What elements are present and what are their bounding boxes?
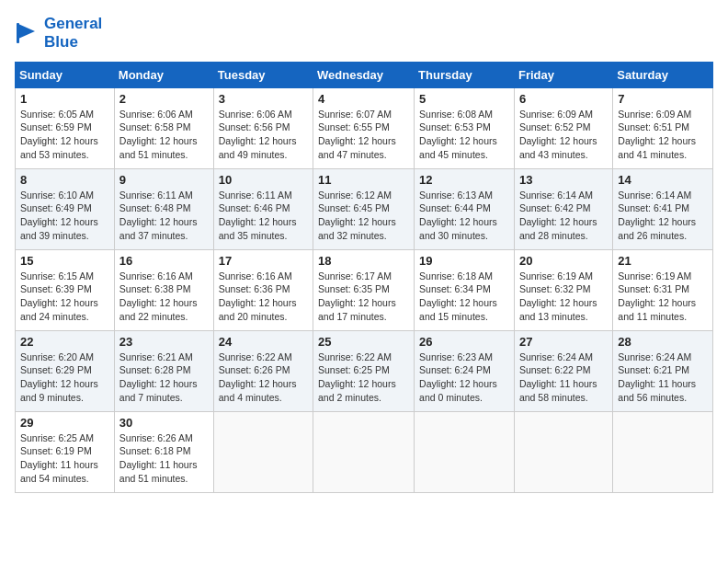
calendar-week-row: 1Sunrise: 6:05 AM Sunset: 6:59 PM Daylig… xyxy=(16,87,713,168)
day-number: 19 xyxy=(419,254,509,268)
calendar-week-row: 8Sunrise: 6:10 AM Sunset: 6:49 PM Daylig… xyxy=(16,168,713,249)
day-number: 5 xyxy=(419,92,509,106)
day-number: 18 xyxy=(318,254,409,268)
weekday-header: Thursday xyxy=(415,62,515,87)
calendar-day-cell: 19Sunrise: 6:18 AM Sunset: 6:34 PM Dayli… xyxy=(415,249,515,330)
calendar-day-cell: 3Sunrise: 6:06 AM Sunset: 6:56 PM Daylig… xyxy=(213,87,313,168)
calendar-day-cell: 8Sunrise: 6:10 AM Sunset: 6:49 PM Daylig… xyxy=(16,168,115,249)
calendar-day-cell xyxy=(313,411,415,492)
day-number: 26 xyxy=(419,335,509,349)
day-number: 7 xyxy=(618,92,708,106)
day-info: Sunrise: 6:14 AM Sunset: 6:42 PM Dayligh… xyxy=(519,189,608,243)
day-info: Sunrise: 6:06 AM Sunset: 6:56 PM Dayligh… xyxy=(219,108,308,162)
day-info: Sunrise: 6:16 AM Sunset: 6:36 PM Dayligh… xyxy=(219,270,308,324)
day-number: 12 xyxy=(419,173,509,187)
day-info: Sunrise: 6:09 AM Sunset: 6:52 PM Dayligh… xyxy=(519,108,608,162)
calendar-day-cell xyxy=(415,411,515,492)
calendar-day-cell: 24Sunrise: 6:22 AM Sunset: 6:26 PM Dayli… xyxy=(213,330,313,411)
day-number: 10 xyxy=(219,173,308,187)
day-number: 15 xyxy=(20,254,109,268)
calendar-day-cell: 26Sunrise: 6:23 AM Sunset: 6:24 PM Dayli… xyxy=(415,330,515,411)
calendar-day-cell xyxy=(613,411,713,492)
calendar-week-row: 15Sunrise: 6:15 AM Sunset: 6:39 PM Dayli… xyxy=(16,249,713,330)
day-number: 1 xyxy=(20,92,109,106)
day-info: Sunrise: 6:23 AM Sunset: 6:24 PM Dayligh… xyxy=(419,350,509,405)
weekday-header: Saturday xyxy=(613,62,713,87)
calendar-day-cell: 1Sunrise: 6:05 AM Sunset: 6:59 PM Daylig… xyxy=(16,87,115,168)
day-info: Sunrise: 6:21 AM Sunset: 6:28 PM Dayligh… xyxy=(119,350,209,405)
calendar-day-cell: 22Sunrise: 6:20 AM Sunset: 6:29 PM Dayli… xyxy=(16,330,115,411)
day-info: Sunrise: 6:18 AM Sunset: 6:34 PM Dayligh… xyxy=(419,270,509,324)
calendar-day-cell: 6Sunrise: 6:09 AM Sunset: 6:52 PM Daylig… xyxy=(514,87,612,168)
calendar-day-cell: 28Sunrise: 6:24 AM Sunset: 6:21 PM Dayli… xyxy=(613,330,713,411)
calendar-day-cell: 30Sunrise: 6:26 AM Sunset: 6:18 PM Dayli… xyxy=(114,411,213,492)
day-info: Sunrise: 6:19 AM Sunset: 6:32 PM Dayligh… xyxy=(519,270,608,324)
calendar-day-cell: 9Sunrise: 6:11 AM Sunset: 6:48 PM Daylig… xyxy=(114,168,213,249)
calendar-day-cell xyxy=(213,411,313,492)
day-info: Sunrise: 6:13 AM Sunset: 6:44 PM Dayligh… xyxy=(419,189,509,243)
calendar-day-cell: 14Sunrise: 6:14 AM Sunset: 6:41 PM Dayli… xyxy=(613,168,713,249)
day-number: 21 xyxy=(618,254,708,268)
calendar-week-row: 22Sunrise: 6:20 AM Sunset: 6:29 PM Dayli… xyxy=(16,330,713,411)
day-info: Sunrise: 6:11 AM Sunset: 6:48 PM Dayligh… xyxy=(119,189,209,243)
day-info: Sunrise: 6:09 AM Sunset: 6:51 PM Dayligh… xyxy=(618,108,708,162)
day-info: Sunrise: 6:22 AM Sunset: 6:25 PM Dayligh… xyxy=(318,350,409,405)
weekday-header: Monday xyxy=(114,62,213,87)
day-info: Sunrise: 6:24 AM Sunset: 6:21 PM Dayligh… xyxy=(618,350,708,405)
calendar-day-cell: 5Sunrise: 6:08 AM Sunset: 6:53 PM Daylig… xyxy=(415,87,515,168)
day-number: 29 xyxy=(20,416,109,430)
calendar-day-cell: 16Sunrise: 6:16 AM Sunset: 6:38 PM Dayli… xyxy=(114,249,213,330)
day-info: Sunrise: 6:26 AM Sunset: 6:18 PM Dayligh… xyxy=(119,431,209,486)
calendar-day-cell: 25Sunrise: 6:22 AM Sunset: 6:25 PM Dayli… xyxy=(313,330,415,411)
calendar-day-cell: 10Sunrise: 6:11 AM Sunset: 6:46 PM Dayli… xyxy=(213,168,313,249)
day-info: Sunrise: 6:07 AM Sunset: 6:55 PM Dayligh… xyxy=(318,108,409,162)
day-info: Sunrise: 6:17 AM Sunset: 6:35 PM Dayligh… xyxy=(318,270,409,324)
svg-marker-1 xyxy=(18,24,35,39)
day-info: Sunrise: 6:24 AM Sunset: 6:22 PM Dayligh… xyxy=(519,350,608,405)
calendar-day-cell: 2Sunrise: 6:06 AM Sunset: 6:58 PM Daylig… xyxy=(114,87,213,168)
page: General Blue SundayMondayTuesdayWednesda… xyxy=(0,0,728,563)
day-number: 24 xyxy=(219,335,308,349)
day-number: 13 xyxy=(519,173,608,187)
day-info: Sunrise: 6:11 AM Sunset: 6:46 PM Dayligh… xyxy=(219,189,308,243)
calendar-day-cell: 13Sunrise: 6:14 AM Sunset: 6:42 PM Dayli… xyxy=(514,168,612,249)
day-number: 2 xyxy=(119,92,209,106)
calendar-day-cell: 23Sunrise: 6:21 AM Sunset: 6:28 PM Dayli… xyxy=(114,330,213,411)
calendar-day-cell: 27Sunrise: 6:24 AM Sunset: 6:22 PM Dayli… xyxy=(514,330,612,411)
svg-rect-2 xyxy=(17,23,19,43)
day-info: Sunrise: 6:06 AM Sunset: 6:58 PM Dayligh… xyxy=(119,108,209,162)
calendar-day-cell: 17Sunrise: 6:16 AM Sunset: 6:36 PM Dayli… xyxy=(213,249,313,330)
day-number: 8 xyxy=(20,173,109,187)
calendar-day-cell: 4Sunrise: 6:07 AM Sunset: 6:55 PM Daylig… xyxy=(313,87,415,168)
day-number: 23 xyxy=(119,335,209,349)
day-info: Sunrise: 6:10 AM Sunset: 6:49 PM Dayligh… xyxy=(20,189,109,243)
calendar-day-cell: 7Sunrise: 6:09 AM Sunset: 6:51 PM Daylig… xyxy=(613,87,713,168)
day-number: 16 xyxy=(119,254,209,268)
day-info: Sunrise: 6:14 AM Sunset: 6:41 PM Dayligh… xyxy=(618,189,708,243)
day-number: 25 xyxy=(318,335,409,349)
day-number: 28 xyxy=(618,335,708,349)
calendar-day-cell: 20Sunrise: 6:19 AM Sunset: 6:32 PM Dayli… xyxy=(514,249,612,330)
day-info: Sunrise: 6:20 AM Sunset: 6:29 PM Dayligh… xyxy=(20,350,109,405)
day-number: 17 xyxy=(219,254,308,268)
logo: General Blue xyxy=(15,15,102,52)
day-number: 14 xyxy=(618,173,708,187)
calendar-header-row: SundayMondayTuesdayWednesdayThursdayFrid… xyxy=(16,62,713,87)
day-info: Sunrise: 6:12 AM Sunset: 6:45 PM Dayligh… xyxy=(318,189,409,243)
day-info: Sunrise: 6:16 AM Sunset: 6:38 PM Dayligh… xyxy=(119,270,209,324)
day-number: 27 xyxy=(519,335,608,349)
calendar-day-cell: 29Sunrise: 6:25 AM Sunset: 6:19 PM Dayli… xyxy=(16,411,115,492)
day-info: Sunrise: 6:22 AM Sunset: 6:26 PM Dayligh… xyxy=(219,350,308,405)
day-info: Sunrise: 6:08 AM Sunset: 6:53 PM Dayligh… xyxy=(419,108,509,162)
calendar-day-cell: 12Sunrise: 6:13 AM Sunset: 6:44 PM Dayli… xyxy=(415,168,515,249)
day-info: Sunrise: 6:05 AM Sunset: 6:59 PM Dayligh… xyxy=(20,108,109,162)
logo-text: General Blue xyxy=(44,15,102,52)
logo-icon xyxy=(15,20,40,46)
day-number: 30 xyxy=(119,416,209,430)
calendar-day-cell: 18Sunrise: 6:17 AM Sunset: 6:35 PM Dayli… xyxy=(313,249,415,330)
header: General Blue xyxy=(15,15,713,52)
day-info: Sunrise: 6:25 AM Sunset: 6:19 PM Dayligh… xyxy=(20,431,109,486)
day-number: 20 xyxy=(519,254,608,268)
day-number: 3 xyxy=(219,92,308,106)
day-info: Sunrise: 6:19 AM Sunset: 6:31 PM Dayligh… xyxy=(618,270,708,324)
